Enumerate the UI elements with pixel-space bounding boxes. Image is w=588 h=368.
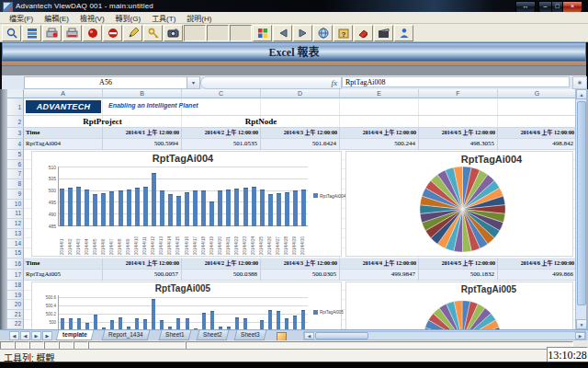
stop-sphere-icon[interactable] [103,25,122,41]
row-header-5[interactable]: 5 [7,150,24,160]
row-header-1[interactable]: 1 [7,98,24,116]
menu-item-2[interactable]: 檢視(V) [74,13,110,23]
bar[interactable] [293,190,298,226]
row-header-8[interactable]: 8 [7,179,24,190]
bar[interactable] [301,310,305,329]
row-header-17[interactable]: 17 [7,270,24,281]
bar-chart-RptTagAi004[interactable]: RptTagAi0044854904955005055102014/4/1201… [31,151,342,257]
scroll-right-icon[interactable]: ▶ [575,332,585,339]
help-icon[interactable]: ? [334,25,353,41]
sheet-tab-Report_1434[interactable]: Report_1434 [101,330,149,340]
bar[interactable] [201,190,206,226]
bar[interactable] [268,310,272,329]
row-header-3[interactable]: 3 [7,128,24,139]
column-header-E[interactable]: E [340,89,419,98]
bar[interactable] [185,192,189,226]
palette-icon[interactable] [253,25,272,41]
bar[interactable] [76,187,81,227]
row-header-13[interactable]: 13 [7,229,24,239]
bar[interactable] [135,318,139,329]
bar[interactable] [243,318,247,329]
bar[interactable] [168,194,173,226]
sheet-cell[interactable]: 499.9847 [340,270,419,280]
bar[interactable] [135,188,140,226]
sheet-tab-Sheet3[interactable]: Sheet3 [234,330,266,340]
cells-area[interactable]: ADVANTECHEnabling an Intelligent PlanetR… [24,98,575,329]
sheet-cell[interactable]: 2014/4/3 上午 12:00:00 [261,128,340,138]
horizontal-scrollbar[interactable]: ◀ ▶ [303,331,586,340]
sheet-cell[interactable]: 499.866 [498,270,575,280]
bar[interactable] [193,190,198,226]
bar[interactable] [68,188,73,226]
sheet-cell[interactable]: 501.0535 [182,139,261,149]
logo-row[interactable]: ADVANTECHEnabling an Intelligent Planet [24,98,575,116]
row-header-4[interactable]: 4 [7,139,24,150]
sheet-cell[interactable]: RptTagAi004 [24,139,103,149]
bar[interactable] [226,190,231,226]
bar[interactable] [260,320,264,329]
last-sheet-icon[interactable]: ▶ [42,331,52,340]
pie-chart-RptTagAi004[interactable]: RptTagAi004 [345,151,573,257]
menu-item-0[interactable]: 檔案(F) [4,13,39,23]
printer-alarm-icon[interactable] [42,25,62,41]
printer-report-icon[interactable] [62,25,82,41]
column-header-B[interactable]: B [103,89,182,98]
keys-icon[interactable] [143,25,163,41]
bar[interactable] [152,299,155,329]
sheet-cell[interactable]: 2014/4/6 上午 12:00:00 [498,128,575,138]
vertical-scroll-thumb[interactable] [577,101,586,305]
column-header-G[interactable]: G [498,89,577,98]
insert-function-button[interactable]: fx [200,76,342,89]
bar[interactable] [186,318,189,329]
sheet-cell[interactable]: 500.0388 [182,270,261,280]
sheet-tab-Sheet2[interactable]: Sheet2 [197,330,229,340]
bar[interactable] [176,318,180,329]
column-header-C[interactable]: C [182,89,261,98]
arrow-left-icon[interactable] [273,25,292,41]
row-header-20[interactable]: 20 [7,300,24,310]
sheet-cell[interactable]: 2014/4/6 上午 12:00:00 [498,259,575,269]
alarm-sphere-icon[interactable] [83,25,102,41]
bar[interactable] [143,187,148,226]
bar[interactable] [176,196,181,226]
sheet-cell[interactable]: Time [24,259,103,269]
row-header-7[interactable]: 7 [7,169,24,179]
time-row[interactable]: Time2014/4/1 上午 12:00:002014/4/2 上午 12:0… [24,259,575,270]
bar[interactable] [234,189,239,226]
bar[interactable] [61,318,64,329]
sheet-cell[interactable]: 2014/4/5 上午 12:00:00 [419,128,498,138]
bar[interactable] [202,313,206,329]
row-header-16[interactable]: 16 [7,259,24,270]
sheet-cell[interactable]: 2014/4/4 上午 12:00:00 [340,128,419,138]
database-icon[interactable] [22,25,41,41]
row-header-10[interactable]: 10 [7,200,24,210]
project-node-row[interactable]: RptProjectRptNode [24,116,575,128]
sheet-cell[interactable]: 500.0305 [261,270,340,280]
sheet-tab-template[interactable]: template [56,330,94,340]
bar[interactable] [119,317,122,329]
bar[interactable] [293,316,297,329]
bar[interactable] [301,190,306,226]
sheet-cell[interactable]: 500.0057 [103,270,182,280]
bar[interactable] [127,190,131,226]
sheet-cell[interactable]: 2014/4/4 上午 12:00:00 [340,259,419,269]
row-header-21[interactable]: 21 [7,310,24,320]
bar[interactable] [110,320,114,329]
sheet-cell[interactable]: RptProject [24,116,182,127]
sheet-cell[interactable]: 500.5994 [103,139,182,149]
bar[interactable] [93,194,97,226]
sheet-cell[interactable]: 500.1832 [419,270,498,280]
row-header-9[interactable]: 9 [7,190,24,200]
formula-expand-icon[interactable]: ∗ [572,76,587,89]
row-header-14[interactable]: 14 [7,239,24,249]
zoom-icon[interactable] [2,25,21,41]
row-header-22[interactable]: 22 [7,319,24,329]
bar[interactable] [94,315,97,329]
bar[interactable] [152,173,156,226]
sheet-cell[interactable]: 498.842 [498,139,575,149]
row-header-6[interactable]: 6 [7,160,24,170]
bar[interactable] [101,193,106,226]
bar[interactable] [235,317,239,329]
horizontal-scroll-thumb[interactable] [315,332,368,339]
sheet-cell[interactable]: Time [24,128,103,138]
